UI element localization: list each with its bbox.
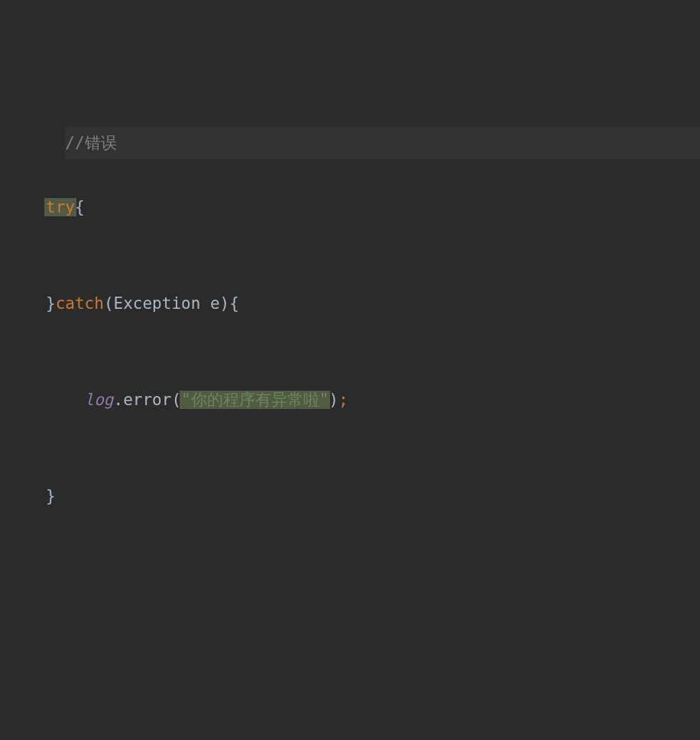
exception-decl: Exception e bbox=[114, 294, 220, 313]
code-line: try{ bbox=[46, 191, 700, 223]
keyword-catch: catch bbox=[56, 294, 104, 313]
semicolon: ; bbox=[339, 391, 348, 409]
string-literal: "你的程序有异常啦" bbox=[181, 391, 329, 409]
brace: } bbox=[46, 294, 56, 313]
code-editor[interactable]: //错误 try{ }catch(Exception e){ log.error… bbox=[0, 0, 700, 740]
method-call: error bbox=[123, 391, 171, 409]
log-variable: log bbox=[85, 391, 114, 409]
blank-line bbox=[46, 705, 700, 737]
keyword-try: try bbox=[46, 198, 75, 216]
comment-text: //错误 bbox=[65, 134, 116, 152]
code-line: } bbox=[46, 480, 700, 512]
blank-line bbox=[46, 609, 700, 641]
paren: ( bbox=[104, 294, 114, 313]
code-line: //错误 bbox=[65, 127, 700, 159]
code-line: }catch(Exception e){ bbox=[46, 287, 700, 320]
paren: ) bbox=[329, 391, 339, 409]
code-line: log.error("你的程序有异常啦"); bbox=[46, 384, 700, 416]
brace: { bbox=[229, 294, 239, 313]
dot: . bbox=[114, 391, 124, 409]
brace: } bbox=[46, 487, 56, 505]
brace: { bbox=[75, 198, 85, 216]
paren: ) bbox=[220, 294, 230, 313]
